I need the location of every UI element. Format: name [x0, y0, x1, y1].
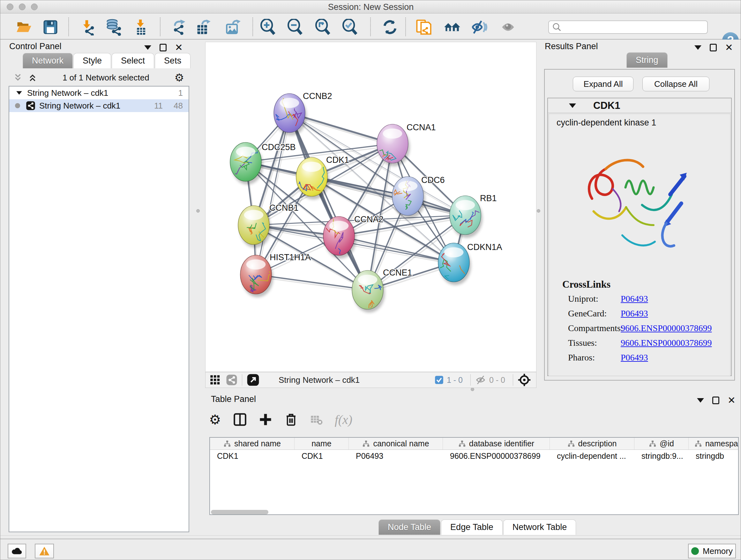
crosslink-value-link[interactable]: 9606.ENSP00000378699 [621, 338, 712, 348]
string-network-badge-icon[interactable] [226, 374, 238, 386]
column-header-canonical-name[interactable]: canonical name [349, 438, 443, 449]
apply-layout-button[interactable] [381, 18, 399, 37]
tab-network[interactable]: Network [23, 53, 73, 68]
hide-selected-button[interactable] [470, 18, 488, 37]
table-settings-gear-icon[interactable]: ⚙ [209, 412, 221, 428]
import-table-file-button[interactable] [131, 18, 150, 37]
expand-all-chevron-icon[interactable] [28, 73, 37, 82]
protein-structure-image [575, 139, 702, 273]
network-canvas[interactable]: CCNB2CCNA1CDC25BCDK1CDC6RB1CCNB1CCNA2CDK… [205, 42, 536, 372]
zoom-fit-button[interactable] [314, 18, 332, 37]
show-columns-icon[interactable] [233, 413, 247, 426]
import-network-database-button[interactable] [105, 18, 123, 37]
fit-content-crosshair-icon[interactable] [518, 373, 531, 387]
toolbar-separator [470, 374, 471, 386]
memory-status-icon [691, 547, 699, 555]
save-session-button[interactable] [41, 18, 60, 37]
tab-string[interactable]: String [626, 52, 668, 68]
tab-node-table[interactable]: Node Table [379, 519, 441, 535]
node-CCNE1[interactable]: CCNE1 [352, 268, 412, 313]
tab-network-table[interactable]: Network Table [503, 519, 576, 535]
node-entry-header[interactable]: CDK1 [548, 98, 731, 113]
entry-expander-icon[interactable] [569, 104, 576, 108]
close-panel-icon[interactable]: ✕ [175, 43, 183, 52]
node-HIST1H1A[interactable]: HIST1H1A [240, 253, 311, 297]
crosslink-value-link[interactable]: P06493 [621, 294, 648, 304]
tab-edge-table[interactable]: Edge Table [441, 519, 502, 535]
column-header--id[interactable]: @id [634, 438, 689, 449]
gear-icon[interactable]: ⚙ [175, 71, 184, 84]
node-CDC6[interactable]: CDC6 [392, 175, 445, 219]
column-header-label: namespace [705, 439, 739, 448]
home-button[interactable] [443, 18, 461, 37]
collapse-all-chevron-icon[interactable] [13, 73, 23, 82]
column-header-name[interactable]: name [294, 438, 349, 449]
crosslink-value-link[interactable]: 9606.ENSP00000378699 [621, 323, 712, 333]
crosslink-value-link[interactable]: P06493 [621, 308, 648, 319]
network-collection-row[interactable]: String Network – cdk1 1 [9, 86, 189, 99]
delete-trash-icon[interactable] [284, 413, 298, 426]
search-input[interactable] [562, 22, 704, 32]
float-panel-icon[interactable] [159, 44, 166, 51]
column-header-database-identifier[interactable]: database identifier [443, 438, 550, 449]
clone-network-button[interactable] [414, 18, 433, 37]
warnings-button[interactable] [35, 544, 54, 558]
birds-eye-grid-icon[interactable] [210, 375, 220, 385]
network-view-toolbar: String Network – cdk1 1 - 0 0 - 0 [205, 372, 536, 388]
zoom-selected-button[interactable] [341, 18, 359, 37]
panel-menu-icon[interactable] [694, 45, 701, 50]
export-table-button[interactable] [194, 18, 213, 37]
float-panel-icon[interactable] [710, 44, 717, 51]
zoom-fit-icon [315, 19, 331, 36]
panel-menu-icon[interactable] [144, 45, 151, 50]
node-CDKN1A[interactable]: CDKN1A [437, 242, 502, 285]
node-label: CCNA2 [354, 214, 384, 224]
column-header-namespace[interactable]: namespace [689, 438, 739, 449]
float-panel-icon[interactable] [712, 396, 719, 404]
table-horizontal-scrollbar[interactable] [211, 510, 268, 514]
node-RB1[interactable]: RB1 [450, 193, 497, 238]
edges [246, 113, 465, 290]
collapse-all-button[interactable]: Collapse All [643, 77, 710, 91]
search-field[interactable] [548, 20, 708, 34]
open-session-button[interactable] [14, 18, 33, 37]
tab-sets[interactable]: Sets [155, 53, 191, 68]
network-graph[interactable]: CCNB2CCNA1CDC25BCDK1CDC6RB1CCNB1CCNA2CDK… [205, 42, 536, 372]
column-header-description[interactable]: description [550, 438, 634, 449]
vertical-splitter-handle[interactable] [537, 209, 540, 212]
node-label: CCNB1 [269, 203, 299, 212]
table-header-row: shared namenamecanonical namedatabase id… [210, 438, 738, 450]
show-all-button[interactable] [499, 18, 517, 37]
vertical-splitter-handle[interactable] [196, 209, 200, 212]
collection-count: 1 [179, 88, 183, 98]
cloud-status-button[interactable] [8, 544, 26, 558]
import-network-file-button[interactable] [78, 18, 97, 37]
crosslink-value-link[interactable]: P06493 [621, 353, 648, 363]
panel-menu-icon[interactable] [697, 398, 704, 402]
hidden-eye-slash-icon [475, 374, 486, 385]
horizontal-splitter-handle[interactable] [471, 388, 474, 391]
close-panel-icon[interactable]: ✕ [725, 43, 733, 52]
node-CCNB2[interactable]: CCNB2 [274, 91, 332, 136]
node-table[interactable]: shared namenamecanonical namedatabase id… [209, 437, 739, 515]
add-column-plus-icon[interactable] [259, 413, 272, 426]
column-header-shared-name[interactable]: shared name [210, 438, 294, 449]
tab-style[interactable]: Style [73, 53, 111, 68]
network-row[interactable]: String Network – cdk1 11 48 [9, 99, 189, 112]
expand-all-button[interactable]: Expand All [573, 77, 633, 91]
zoom-in-icon [260, 19, 276, 36]
export-image-button[interactable] [224, 18, 242, 37]
zoom-in-button[interactable] [259, 18, 277, 37]
edge[interactable] [289, 113, 367, 290]
open-in-window-icon[interactable] [247, 374, 259, 386]
collection-expander-icon[interactable] [16, 91, 22, 95]
memory-label: Memory [703, 546, 733, 556]
table-row[interactable]: CDK1CDK1P064939606.ENSP00000378699cyclin… [210, 450, 738, 462]
selected-checkbox-icon[interactable] [434, 375, 444, 384]
export-image-icon [225, 19, 241, 36]
memory-button[interactable]: Memory [688, 544, 736, 558]
export-network-button[interactable] [170, 18, 188, 37]
zoom-out-button[interactable] [286, 18, 305, 37]
close-panel-icon[interactable]: ✕ [728, 395, 736, 405]
tab-select[interactable]: Select [112, 53, 154, 68]
